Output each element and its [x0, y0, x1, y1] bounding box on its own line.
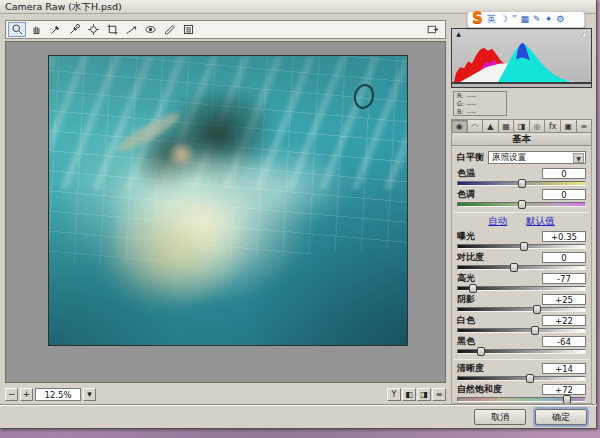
- slider-thumb[interactable]: [477, 347, 485, 356]
- slider-contrast: 对比度0: [457, 251, 586, 270]
- tab-camera-calibration[interactable]: ▣: [561, 119, 577, 133]
- rgb-readout-row: G:----: [457, 100, 503, 108]
- pen-icon[interactable]: ✎: [533, 12, 541, 27]
- slider-label: 阴影: [457, 293, 475, 306]
- slider-value-input[interactable]: +25: [542, 294, 586, 305]
- slider-thumb[interactable]: [563, 395, 571, 404]
- channel-label: R:: [457, 92, 467, 100]
- color-sampler-tool-icon: [68, 23, 81, 36]
- auto-link[interactable]: 自动: [488, 215, 507, 226]
- white-balance-sliders: 色温0色调0: [457, 167, 586, 207]
- slider-thumb[interactable]: [518, 200, 526, 209]
- preferences-tool-button[interactable]: [179, 22, 197, 37]
- zoom-in-button[interactable]: +: [20, 388, 33, 401]
- default-link[interactable]: 默认值: [526, 215, 555, 226]
- zoom-controls: − + 12.5% ▾ Y◧◨≡: [5, 386, 446, 402]
- slider-thumb[interactable]: [510, 263, 518, 272]
- preview-before-button[interactable]: ◧: [402, 388, 416, 401]
- straighten-tool-icon: [125, 23, 138, 36]
- chevron-down-icon[interactable]: ▼: [573, 153, 584, 163]
- zoom-level-dropdown-button[interactable]: ▾: [83, 388, 96, 401]
- toolbox-wrench-icon[interactable]: ⚙: [556, 12, 564, 27]
- toggle-fullscreen-button[interactable]: [423, 22, 443, 37]
- slider-label: 对比度: [457, 251, 484, 264]
- slider-value-input[interactable]: +72: [542, 384, 586, 395]
- panel-title: 基本: [451, 133, 592, 146]
- divider: [454, 359, 589, 360]
- cancel-button[interactable]: 取消: [474, 409, 526, 425]
- toolbar: [5, 20, 446, 39]
- adjustment-brush-tool-button[interactable]: [160, 22, 178, 37]
- white-balance-label: 白平衡: [457, 151, 484, 164]
- zoom-out-button[interactable]: −: [5, 388, 18, 401]
- hand-tool-button[interactable]: [27, 22, 45, 37]
- soft-keyboard-icon[interactable]: ▦: [521, 12, 530, 27]
- slider-value-input[interactable]: +14: [542, 363, 586, 374]
- slider-track[interactable]: [457, 181, 586, 186]
- tab-split-toning[interactable]: ◨: [514, 119, 530, 133]
- tab-lens-corrections[interactable]: ◎: [530, 119, 546, 133]
- hand-tool-icon: [30, 23, 43, 36]
- white-balance-tool-button[interactable]: [46, 22, 64, 37]
- color-sampler-tool-button[interactable]: [65, 22, 83, 37]
- ok-button[interactable]: 确定: [535, 409, 587, 425]
- slider-label: 自然饱和度: [457, 383, 502, 396]
- slider-track[interactable]: [457, 328, 586, 333]
- punctuation-icon[interactable]: ”: [512, 12, 517, 27]
- tab-tone-curve[interactable]: ◠: [468, 119, 484, 133]
- tab-effects[interactable]: fx: [545, 119, 561, 133]
- white-balance-select[interactable]: 原照设置 ▼: [488, 151, 586, 164]
- slider-thumb[interactable]: [526, 374, 534, 383]
- slider-thumb[interactable]: [518, 179, 526, 188]
- slider-label: 高光: [457, 272, 475, 285]
- slider-thumb[interactable]: [533, 305, 541, 314]
- targeted-adjustment-tool-button[interactable]: [84, 22, 102, 37]
- slider-temperature: 色温0: [457, 167, 586, 186]
- basic-panel-content: 白平衡 原照设置 ▼ 色温0色调0 自动 默认值 曝光+0.35对比度0高光-7…: [451, 146, 592, 404]
- crop-tool-button[interactable]: [103, 22, 121, 37]
- tab-presets[interactable]: ≡: [577, 119, 593, 133]
- photo-preview[interactable]: [49, 56, 407, 345]
- tab-detail[interactable]: ▲: [483, 119, 499, 133]
- slider-value-input[interactable]: +22: [542, 315, 586, 326]
- slider-track[interactable]: [457, 349, 586, 354]
- panel-menu-button[interactable]: ≡: [432, 388, 446, 401]
- slider-label: 色调: [457, 188, 475, 201]
- channel-value: ----: [467, 108, 476, 116]
- language-mode-icon[interactable]: 英: [487, 12, 496, 27]
- tab-hsl-grayscale[interactable]: ▦: [499, 119, 515, 133]
- dialog-footer: 取消 确定: [0, 404, 597, 429]
- rgb-readout-row: B:----: [457, 108, 503, 116]
- slider-track[interactable]: [457, 376, 586, 381]
- zoom-tool-button[interactable]: [8, 22, 26, 37]
- slider-track[interactable]: [457, 265, 586, 270]
- channel-value: ----: [467, 92, 476, 100]
- slider-value-input[interactable]: 0: [542, 252, 586, 263]
- targeted-adjustment-tool-icon: [87, 23, 100, 36]
- slider-track[interactable]: [457, 202, 586, 207]
- straighten-tool-button[interactable]: [122, 22, 140, 37]
- preview-split-button[interactable]: Y: [387, 388, 401, 401]
- preview-after-button[interactable]: ◨: [417, 388, 431, 401]
- slider-track[interactable]: [457, 307, 586, 312]
- slider-thumb[interactable]: [469, 284, 477, 293]
- slider-track[interactable]: [457, 244, 586, 249]
- slider-value-input[interactable]: -64: [542, 336, 586, 347]
- skin-icon[interactable]: ✦: [545, 12, 553, 27]
- slider-track[interactable]: [457, 286, 586, 291]
- slider-shadows: 阴影+25: [457, 293, 586, 312]
- slider-value-input[interactable]: 0: [542, 189, 586, 200]
- red-eye-tool-button[interactable]: [141, 22, 159, 37]
- moon-icon[interactable]: ☽: [500, 12, 508, 27]
- presence-sliders: 清晰度+14自然饱和度+72饱和度-18: [457, 362, 586, 404]
- zoom-level-box[interactable]: 12.5%: [35, 388, 81, 401]
- slider-thumb[interactable]: [531, 326, 539, 335]
- slider-track[interactable]: [457, 397, 586, 402]
- slider-value-input[interactable]: +0.35: [542, 231, 586, 242]
- ime-logo-icon[interactable]: S: [472, 11, 483, 25]
- slider-value-input[interactable]: 0: [542, 168, 586, 179]
- slider-thumb[interactable]: [520, 242, 528, 251]
- divider: [454, 212, 589, 213]
- tab-basic[interactable]: ◉: [451, 119, 468, 133]
- slider-value-input[interactable]: -77: [542, 273, 586, 284]
